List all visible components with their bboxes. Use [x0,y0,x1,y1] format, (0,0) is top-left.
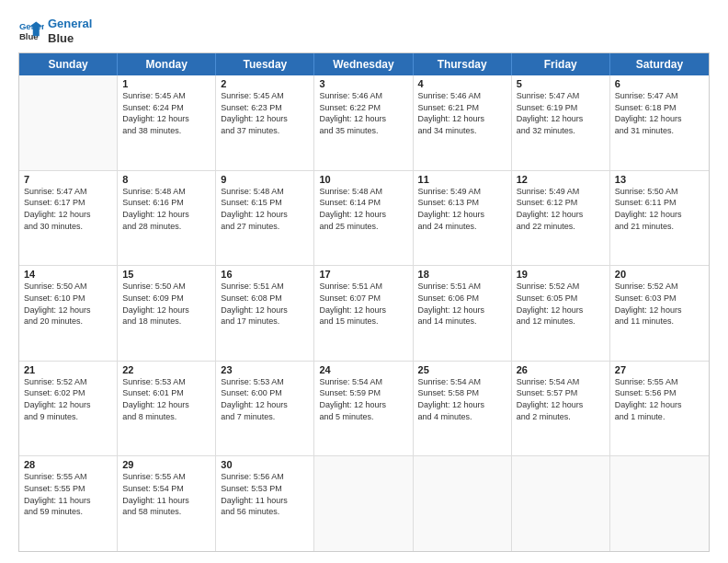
day-info: Sunrise: 5:50 AM Sunset: 6:11 PM Dayligh… [615,186,704,232]
calendar-cell: 27Sunrise: 5:55 AM Sunset: 5:56 PM Dayli… [610,362,709,456]
calendar-cell: 12Sunrise: 5:49 AM Sunset: 6:12 PM Dayli… [512,171,610,266]
calendar-cell: 21Sunrise: 5:52 AM Sunset: 6:02 PM Dayli… [19,362,118,456]
weekday-header: Wednesday [314,53,413,75]
day-number: 6 [615,78,704,89]
calendar-cell [512,456,610,551]
day-number: 18 [418,269,506,280]
page-header: General Blue General Blue [18,17,710,45]
day-number: 12 [517,174,605,185]
calendar-cell: 10Sunrise: 5:48 AM Sunset: 6:14 PM Dayli… [314,171,413,266]
day-info: Sunrise: 5:45 AM Sunset: 6:24 PM Dayligh… [122,90,210,136]
calendar-cell: 6Sunrise: 5:47 AM Sunset: 6:18 PM Daylig… [610,75,709,170]
calendar-cell: 25Sunrise: 5:54 AM Sunset: 5:58 PM Dayli… [414,362,512,456]
calendar-cell: 11Sunrise: 5:49 AM Sunset: 6:13 PM Dayli… [414,171,512,266]
calendar-row: 14Sunrise: 5:50 AM Sunset: 6:10 PM Dayli… [19,266,709,362]
logo-text: General Blue [48,17,92,45]
calendar-cell: 7Sunrise: 5:47 AM Sunset: 6:17 PM Daylig… [19,171,118,266]
day-number: 24 [319,364,407,375]
calendar-cell: 18Sunrise: 5:51 AM Sunset: 6:06 PM Dayli… [414,266,512,361]
day-info: Sunrise: 5:50 AM Sunset: 6:10 PM Dayligh… [24,281,112,327]
day-info: Sunrise: 5:47 AM Sunset: 6:19 PM Dayligh… [517,90,605,136]
day-number: 22 [122,364,210,375]
calendar-cell: 2Sunrise: 5:45 AM Sunset: 6:23 PM Daylig… [216,75,314,170]
day-number: 20 [615,269,704,280]
day-info: Sunrise: 5:53 AM Sunset: 6:01 PM Dayligh… [122,376,210,422]
day-info: Sunrise: 5:47 AM Sunset: 6:18 PM Dayligh… [615,90,704,136]
day-number: 15 [122,269,210,280]
calendar-cell: 5Sunrise: 5:47 AM Sunset: 6:19 PM Daylig… [512,75,610,170]
calendar-cell: 19Sunrise: 5:52 AM Sunset: 6:05 PM Dayli… [512,266,610,361]
calendar-cell: 20Sunrise: 5:52 AM Sunset: 6:03 PM Dayli… [610,266,709,361]
calendar-cell: 23Sunrise: 5:53 AM Sunset: 6:00 PM Dayli… [216,362,314,456]
calendar-cell [314,456,413,551]
day-number: 27 [615,364,704,375]
calendar-cell: 30Sunrise: 5:56 AM Sunset: 5:53 PM Dayli… [216,456,314,551]
day-info: Sunrise: 5:54 AM Sunset: 5:57 PM Dayligh… [517,376,605,422]
logo-icon: General Blue [18,18,44,44]
day-info: Sunrise: 5:50 AM Sunset: 6:09 PM Dayligh… [122,281,210,327]
day-number: 25 [418,364,506,375]
calendar-cell: 29Sunrise: 5:55 AM Sunset: 5:54 PM Dayli… [118,456,216,551]
weekday-header: Monday [118,53,216,75]
day-info: Sunrise: 5:49 AM Sunset: 6:13 PM Dayligh… [418,186,506,232]
day-info: Sunrise: 5:48 AM Sunset: 6:15 PM Dayligh… [221,186,309,232]
day-number: 30 [221,459,309,470]
calendar-body: 1Sunrise: 5:45 AM Sunset: 6:24 PM Daylig… [19,75,709,551]
day-info: Sunrise: 5:52 AM Sunset: 6:02 PM Dayligh… [24,376,112,422]
day-info: Sunrise: 5:48 AM Sunset: 6:16 PM Dayligh… [122,186,210,232]
day-info: Sunrise: 5:51 AM Sunset: 6:07 PM Dayligh… [319,281,407,327]
calendar-cell: 16Sunrise: 5:51 AM Sunset: 6:08 PM Dayli… [216,266,314,361]
day-info: Sunrise: 5:46 AM Sunset: 6:21 PM Dayligh… [418,90,506,136]
day-info: Sunrise: 5:47 AM Sunset: 6:17 PM Dayligh… [24,186,112,232]
weekday-header: Sunday [19,53,118,75]
day-number: 9 [221,174,309,185]
calendar-cell [610,456,709,551]
calendar: SundayMondayTuesdayWednesdayThursdayFrid… [18,52,710,552]
calendar-cell: 24Sunrise: 5:54 AM Sunset: 5:59 PM Dayli… [314,362,413,456]
day-info: Sunrise: 5:51 AM Sunset: 6:08 PM Dayligh… [221,281,309,327]
day-number: 1 [122,78,210,89]
calendar-row: 28Sunrise: 5:55 AM Sunset: 5:55 PM Dayli… [19,456,709,551]
calendar-cell: 14Sunrise: 5:50 AM Sunset: 6:10 PM Dayli… [19,266,118,361]
day-number: 29 [122,459,210,470]
calendar-cell [414,456,512,551]
calendar-cell: 17Sunrise: 5:51 AM Sunset: 6:07 PM Dayli… [314,266,413,361]
weekday-header: Friday [512,53,610,75]
day-info: Sunrise: 5:52 AM Sunset: 6:03 PM Dayligh… [615,281,704,327]
day-number: 14 [24,269,112,280]
calendar-row: 7Sunrise: 5:47 AM Sunset: 6:17 PM Daylig… [19,171,709,267]
calendar-cell: 3Sunrise: 5:46 AM Sunset: 6:22 PM Daylig… [314,75,413,170]
calendar-cell: 15Sunrise: 5:50 AM Sunset: 6:09 PM Dayli… [118,266,216,361]
calendar-cell: 9Sunrise: 5:48 AM Sunset: 6:15 PM Daylig… [216,171,314,266]
calendar-cell: 26Sunrise: 5:54 AM Sunset: 5:57 PM Dayli… [512,362,610,456]
day-number: 8 [122,174,210,185]
day-number: 4 [418,78,506,89]
day-number: 28 [24,459,112,470]
calendar-header: SundayMondayTuesdayWednesdayThursdayFrid… [19,53,709,75]
calendar-row: 1Sunrise: 5:45 AM Sunset: 6:24 PM Daylig… [19,75,709,171]
day-info: Sunrise: 5:48 AM Sunset: 6:14 PM Dayligh… [319,186,407,232]
weekday-header: Tuesday [216,53,314,75]
day-number: 2 [221,78,309,89]
day-info: Sunrise: 5:45 AM Sunset: 6:23 PM Dayligh… [221,90,309,136]
day-number: 7 [24,174,112,185]
day-info: Sunrise: 5:55 AM Sunset: 5:54 PM Dayligh… [122,471,210,517]
day-number: 26 [517,364,605,375]
day-number: 19 [517,269,605,280]
day-number: 17 [319,269,407,280]
logo: General Blue General Blue [18,17,92,45]
day-info: Sunrise: 5:55 AM Sunset: 5:56 PM Dayligh… [615,376,704,422]
day-number: 10 [319,174,407,185]
day-info: Sunrise: 5:54 AM Sunset: 5:59 PM Dayligh… [319,376,407,422]
day-info: Sunrise: 5:46 AM Sunset: 6:22 PM Dayligh… [319,90,407,136]
calendar-cell: 4Sunrise: 5:46 AM Sunset: 6:21 PM Daylig… [414,75,512,170]
calendar-row: 21Sunrise: 5:52 AM Sunset: 6:02 PM Dayli… [19,362,709,457]
calendar-cell: 28Sunrise: 5:55 AM Sunset: 5:55 PM Dayli… [19,456,118,551]
day-number: 13 [615,174,704,185]
day-info: Sunrise: 5:49 AM Sunset: 6:12 PM Dayligh… [517,186,605,232]
day-info: Sunrise: 5:55 AM Sunset: 5:55 PM Dayligh… [24,471,112,517]
calendar-cell: 1Sunrise: 5:45 AM Sunset: 6:24 PM Daylig… [118,75,216,170]
calendar-cell: 22Sunrise: 5:53 AM Sunset: 6:01 PM Dayli… [118,362,216,456]
weekday-header: Saturday [610,53,709,75]
calendar-cell: 8Sunrise: 5:48 AM Sunset: 6:16 PM Daylig… [118,171,216,266]
